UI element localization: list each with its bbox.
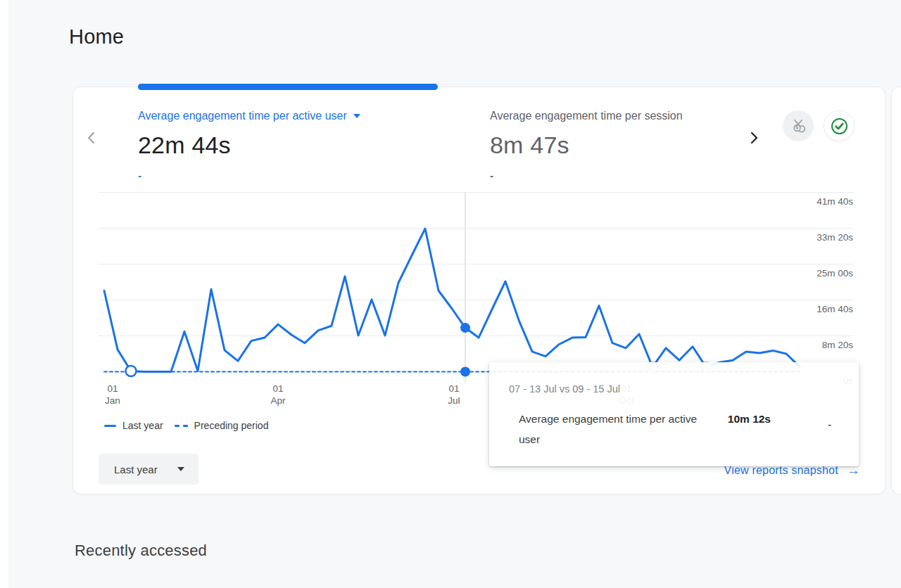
tooltip-secondary-value: -: [828, 418, 831, 431]
metric-value: 8m 47s: [490, 132, 738, 158]
check-circle-icon: [830, 117, 849, 136]
left-rail: [0, 0, 8, 588]
legend-label: Preceding period: [194, 420, 269, 431]
chart-legend: Last year Preceding period: [104, 420, 268, 431]
tooltip-metric-label: Average engagement time per active user: [519, 409, 716, 449]
metric-session-engagement[interactable]: Average engagement time per session 8m 4…: [490, 109, 738, 181]
legend-solid-swatch: [104, 425, 116, 427]
carousel-prev-button[interactable]: [83, 129, 101, 148]
benchmarking-button[interactable]: [783, 110, 814, 141]
carousel-next-button[interactable]: [745, 129, 763, 148]
date-range-selector[interactable]: Last year: [99, 454, 199, 485]
chevron-left-icon: [84, 130, 100, 146]
carousel-scrollbar-thumb[interactable]: [138, 84, 438, 90]
page-title: Home: [69, 25, 124, 49]
metric-delta: -: [138, 170, 360, 181]
legend-item-last-year: Last year: [104, 420, 163, 431]
recently-accessed-heading: Recently accessed: [75, 542, 207, 560]
metric-delta: -: [490, 170, 738, 181]
chart-tooltip: 07 - 13 Jul vs 09 - 15 Jul Average engag…: [489, 362, 859, 466]
legend-item-preceding-period: Preceding period: [175, 420, 269, 431]
metric-value: 22m 44s: [138, 132, 360, 158]
legend-dashed-swatch: [175, 425, 188, 427]
medal-icon: [790, 117, 807, 134]
legend-label: Last year: [122, 420, 163, 431]
chevron-right-icon: [746, 130, 762, 146]
tooltip-metric-value: 10m 12s: [725, 409, 771, 429]
analytics-home-page: Home Average engagement time per active …: [0, 0, 901, 588]
tooltip-date-range: 07 - 13 Jul vs 09 - 15 Jul: [509, 383, 620, 395]
caret-down-icon: [177, 467, 184, 471]
dropdown-caret-icon: [353, 114, 360, 118]
metric-label: Average engagement time per active user: [138, 109, 347, 123]
date-range-value: Last year: [114, 464, 177, 475]
metric-label: Average engagement time per session: [490, 109, 738, 123]
data-quality-button[interactable]: [824, 110, 855, 141]
metric-active-user-engagement: Average engagement time per active user …: [138, 109, 360, 181]
metric-selector-dropdown[interactable]: Average engagement time per active user: [138, 109, 360, 123]
next-card-edge: [891, 87, 901, 494]
